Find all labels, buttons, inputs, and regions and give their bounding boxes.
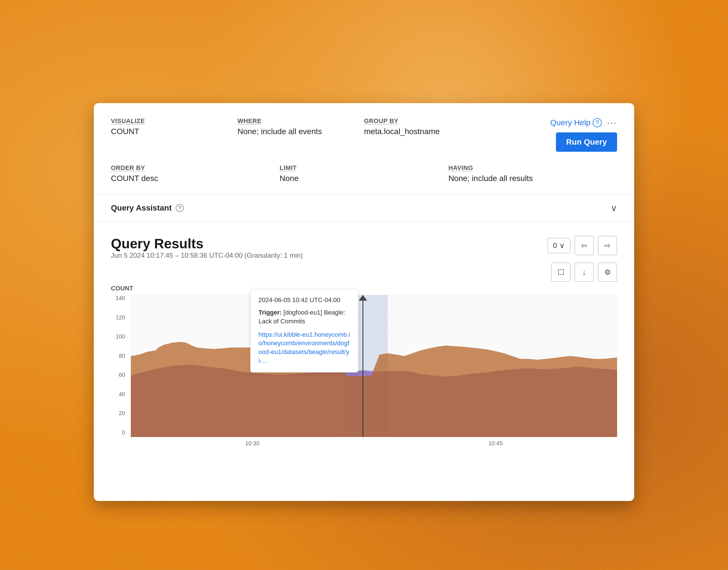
query-help-button[interactable]: Query Help ?: [550, 118, 602, 127]
visualize-label: VISUALIZE: [111, 117, 237, 125]
query-assistant-label: Query Assistant: [111, 204, 172, 213]
groupby-col: GROUP BY meta.local_hostname: [364, 117, 491, 152]
download-button[interactable]: ↓: [574, 263, 594, 282]
chart-plot: 2024-06-05 10:42 UTC-04:00 Trigger: [dog…: [131, 295, 617, 437]
results-controls-area: 0 ∨ ⇦ ⇨ ☐ ↓: [547, 236, 617, 282]
groupby-label: GROUP BY: [364, 117, 491, 125]
y-tick-20: 20: [111, 410, 128, 416]
having-value: None; include all results: [448, 174, 617, 183]
page-size-value: 0: [553, 241, 557, 250]
settings-icon: ⚙: [604, 268, 611, 277]
more-options-icon[interactable]: ···: [607, 117, 617, 128]
y-tick-40: 40: [111, 391, 128, 397]
query-assistant-collapse[interactable]: ∨: [610, 203, 617, 213]
checkbox-icon: ☐: [558, 268, 564, 277]
visualize-col: VISUALIZE COUNT: [111, 117, 237, 152]
results-subtitle: Jun 5 2024 10:17:45 – 10:58:36 UTC-04:00…: [111, 252, 303, 259]
limit-label: LIMIT: [280, 164, 448, 172]
run-query-button[interactable]: Run Query: [556, 132, 617, 152]
y-tick-80: 80: [111, 353, 128, 359]
settings-button[interactable]: ⚙: [598, 263, 617, 282]
results-title-area: Query Results Jun 5 2024 10:17:45 – 10:5…: [111, 236, 303, 270]
x-tick-1045: 10:45: [488, 440, 503, 447]
orderby-label: ORDER BY: [111, 164, 280, 172]
chart-svg: [131, 295, 617, 437]
where-label: WHERE: [237, 117, 364, 125]
tooltip-trigger: Trigger: [dogfood-eu1] Beagle: Lack of C…: [258, 308, 350, 326]
checkbox-button[interactable]: ☐: [551, 263, 570, 282]
where-value: None; include all events: [237, 127, 364, 136]
having-col: HAVING None; include all results: [448, 164, 617, 183]
y-tick-60: 60: [111, 372, 128, 378]
chart-area: COUNT 0 20 40 60 80 100 120 140: [111, 285, 617, 449]
chart-container: 0 20 40 60 80 100 120 140: [111, 295, 617, 449]
query-help-label: Query Help: [550, 118, 591, 127]
results-title: Query Results: [111, 236, 303, 252]
next-page-button[interactable]: ⇨: [598, 236, 617, 255]
prev-icon: ⇦: [581, 241, 587, 250]
query-help-icon: ?: [593, 118, 602, 127]
chart-y-axis: 0 20 40 60 80 100 120 140: [111, 295, 128, 437]
page-size-select[interactable]: 0 ∨: [547, 238, 570, 253]
prev-page-button[interactable]: ⇦: [574, 236, 594, 255]
results-header: Query Results Jun 5 2024 10:17:45 – 10:5…: [111, 236, 617, 282]
query-builder-grid: VISUALIZE COUNT WHERE None; include all …: [111, 117, 617, 152]
chart-x-axis: 10:30 10:45: [131, 438, 617, 449]
tooltip-trigger-label: Trigger:: [258, 309, 282, 316]
results-controls-row1: 0 ∨ ⇦ ⇨: [547, 236, 617, 255]
orderby-value: COUNT desc: [111, 174, 280, 183]
visualize-value: COUNT: [111, 127, 237, 136]
results-controls-row2: ☐ ↓ ⚙: [551, 263, 617, 282]
tooltip: 2024-06-05 10:42 UTC-04:00 Trigger: [dog…: [250, 289, 358, 372]
query-results-section: Query Results Jun 5 2024 10:17:45 – 10:5…: [94, 222, 634, 449]
tooltip-time: 2024-06-05 10:42 UTC-04:00: [258, 296, 350, 304]
groupby-value: meta.local_hostname: [364, 127, 491, 136]
main-card: VISUALIZE COUNT WHERE None; include all …: [94, 103, 634, 501]
query-actions: Query Help ? ··· Run Query: [491, 117, 617, 152]
y-tick-0: 0: [111, 430, 128, 436]
next-icon: ⇨: [604, 241, 610, 250]
download-icon: ↓: [582, 268, 586, 277]
having-label: HAVING: [448, 164, 617, 172]
assist-help-icon: ?: [176, 204, 184, 212]
query-assistant-title: Query Assistant ?: [111, 204, 184, 213]
orderby-col: ORDER BY COUNT desc: [111, 164, 280, 183]
query-builder-section: VISUALIZE COUNT WHERE None; include all …: [94, 103, 634, 195]
y-tick-100: 100: [111, 333, 128, 340]
page-size-chevron: ∨: [559, 241, 565, 250]
query-assistant-section: Query Assistant ? ∨: [94, 195, 634, 222]
limit-col: LIMIT None: [280, 164, 448, 183]
x-tick-1030: 10:30: [245, 440, 259, 447]
y-tick-140: 140: [111, 295, 128, 301]
tooltip-link[interactable]: https://ui.kibble-eu1.honeycomb.io/honey…: [258, 330, 350, 365]
where-col: WHERE None; include all events: [237, 117, 364, 152]
query-row-2: ORDER BY COUNT desc LIMIT None HAVING No…: [111, 164, 617, 183]
chart-y-label: COUNT: [111, 285, 617, 292]
y-tick-120: 120: [111, 314, 128, 321]
limit-value: None: [280, 174, 448, 183]
